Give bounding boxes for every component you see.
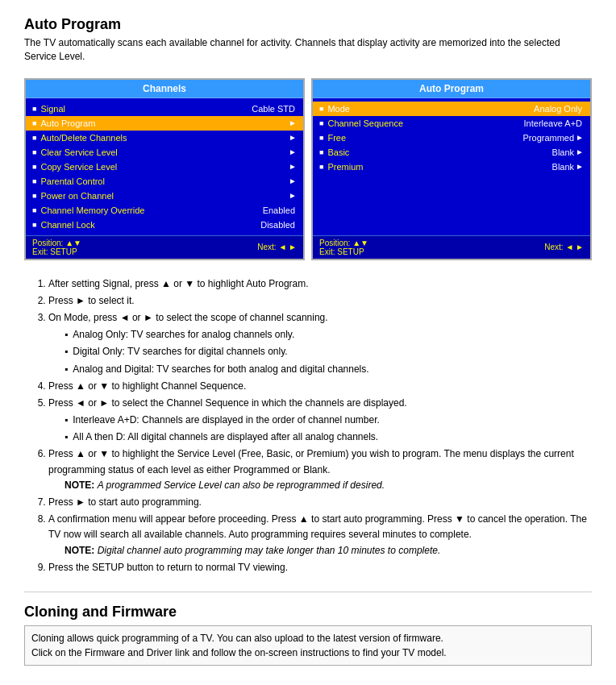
instruction-subitem: Analog and Digital: TV searches for both… — [65, 362, 592, 377]
menu-row: ■Channel Memory OverrideEnabled — [26, 203, 303, 218]
auto-footer-left: Position: ▲▼Exit: SETUP — [319, 239, 368, 256]
intro-text: The TV automatically scans each availabl… — [24, 36, 592, 64]
channels-screen: Channels ■SignalCable STD■Auto Program►■… — [24, 78, 305, 260]
row-label: Signal — [40, 104, 252, 114]
bullet-icon: ■ — [319, 119, 323, 127]
row-arrow-icon: ► — [289, 191, 297, 200]
instruction-note: NOTE: Digital channel auto programming m… — [48, 543, 592, 558]
row-label: Parental Control — [40, 176, 289, 186]
instruction-step: After setting Signal, press ▲ or ▼ to hi… — [48, 276, 592, 292]
row-arrow-icon: ► — [289, 162, 297, 171]
instruction-step: On Mode, press ◄ or ► to select the scop… — [48, 310, 592, 377]
row-value: Interleave A+D — [524, 118, 582, 128]
instruction-subitem: Interleave A+D: Channels are displayed i… — [65, 413, 592, 428]
instruction-subitem: All A then D: All digital channels are d… — [65, 430, 592, 445]
row-value: Blank — [552, 162, 575, 172]
row-arrow-icon: ► — [289, 118, 297, 127]
bullet-icon: ■ — [319, 134, 323, 142]
row-value: Programmed — [523, 133, 575, 143]
channels-screen-content: ■SignalCable STD■Auto Program►■Auto/Dele… — [26, 98, 303, 235]
bullet-icon: ■ — [32, 177, 36, 185]
channels-footer-left: Position: ▲▼Exit: SETUP — [32, 239, 81, 256]
row-label: Power on Channel — [40, 191, 289, 201]
menu-row: ■Power on Channel► — [26, 189, 303, 203]
menu-row: ■Auto/Delete Channels► — [26, 131, 303, 145]
row-label: Channel Lock — [40, 220, 260, 230]
bullet-icon: ■ — [319, 105, 323, 113]
row-arrow-icon: ► — [289, 133, 297, 142]
menu-row: ■PremiumBlank► — [313, 160, 590, 174]
row-label: Free — [327, 133, 522, 143]
instruction-step: Press the SETUP button to return to norm… — [48, 560, 592, 575]
row-label: Auto Program — [40, 118, 289, 128]
bullet-icon: ■ — [32, 206, 36, 214]
auto-footer-right: Next: ◄ ► — [544, 243, 584, 251]
instruction-subitem: Analog Only: TV searches for analog chan… — [65, 327, 592, 342]
row-arrow-icon: ► — [576, 133, 584, 142]
row-label: Channel Memory Override — [40, 206, 262, 215]
row-value: Analog Only — [534, 104, 582, 114]
menu-row: ■Parental Control► — [26, 174, 303, 189]
instruction-step: Press ► to start auto programming. — [48, 495, 592, 510]
row-label: Auto/Delete Channels — [40, 133, 289, 143]
bullet-icon: ■ — [32, 163, 36, 171]
row-arrow-icon: ► — [289, 147, 297, 156]
bullet-icon: ■ — [32, 134, 36, 142]
row-arrow-icon: ► — [576, 147, 584, 156]
channels-screen-footer: Position: ▲▼Exit: SETUP Next: ◄ ► — [26, 235, 303, 259]
row-label: Channel Sequence — [327, 118, 523, 128]
menu-row: ■Channel LockDisabled — [26, 218, 303, 232]
cloning-title: Cloning and Firmware — [24, 592, 592, 621]
instruction-note: NOTE: A programmed Service Level can als… — [48, 478, 592, 493]
row-arrow-icon: ► — [576, 162, 584, 171]
row-label: Mode — [327, 104, 534, 114]
page-title: Auto Program — [24, 16, 592, 33]
instruction-step: Press ► to select it. — [48, 293, 592, 309]
menu-row: ■FreeProgrammed► — [313, 131, 590, 145]
row-label: Premium — [327, 162, 551, 172]
row-label: Clear Service Level — [40, 147, 289, 157]
channels-footer-right: Next: ◄ ► — [257, 243, 297, 251]
bullet-icon: ■ — [32, 119, 36, 127]
auto-program-screen-footer: Position: ▲▼Exit: SETUP Next: ◄ ► — [313, 235, 590, 259]
row-value: Enabled — [263, 206, 295, 215]
menu-row: ■Copy Service Level► — [26, 160, 303, 174]
instruction-subitem: Digital Only: TV searches for digital ch… — [65, 344, 592, 359]
bullet-icon: ■ — [32, 105, 36, 113]
bullet-icon: ■ — [32, 148, 36, 156]
row-arrow-icon: ► — [289, 176, 297, 185]
row-label: Copy Service Level — [40, 162, 289, 172]
menu-row: ■BasicBlank► — [313, 145, 590, 160]
row-value: Disabled — [260, 220, 295, 230]
screens-container: Channels ■SignalCable STD■Auto Program►■… — [24, 78, 592, 260]
auto-program-screen: Auto Program ■ModeAnalog Only■Channel Se… — [311, 78, 592, 260]
row-value: Cable STD — [252, 104, 295, 114]
menu-row: ■Auto Program► — [26, 116, 303, 131]
bullet-icon: ■ — [319, 148, 323, 156]
instructions-section: After setting Signal, press ▲ or ▼ to hi… — [24, 276, 592, 575]
menu-row: ■ModeAnalog Only — [313, 102, 590, 116]
cloning-text: Cloning allows quick programming of a TV… — [24, 625, 592, 666]
auto-program-screen-title: Auto Program — [313, 80, 590, 98]
instruction-step: Press ◄ or ► to select the Channel Seque… — [48, 396, 592, 446]
bullet-icon: ■ — [32, 192, 36, 200]
row-label: Basic — [327, 147, 551, 157]
cloning-section: Cloning and Firmware Cloning allows quic… — [24, 592, 592, 666]
instruction-step: A confirmation menu will appear before p… — [48, 512, 592, 558]
menu-row: ■SignalCable STD — [26, 102, 303, 116]
channels-screen-title: Channels — [26, 80, 303, 98]
menu-row: ■Channel SequenceInterleave A+D — [313, 116, 590, 131]
auto-program-screen-content: ■ModeAnalog Only■Channel SequenceInterle… — [313, 98, 590, 235]
row-value: Blank — [552, 147, 575, 157]
bullet-icon: ■ — [319, 163, 323, 171]
instruction-step: Press ▲ or ▼ to highlight the Service Le… — [48, 446, 592, 493]
menu-row: ■Clear Service Level► — [26, 145, 303, 160]
bullet-icon: ■ — [32, 221, 36, 229]
instruction-step: Press ▲ or ▼ to highlight Channel Sequen… — [48, 379, 592, 394]
